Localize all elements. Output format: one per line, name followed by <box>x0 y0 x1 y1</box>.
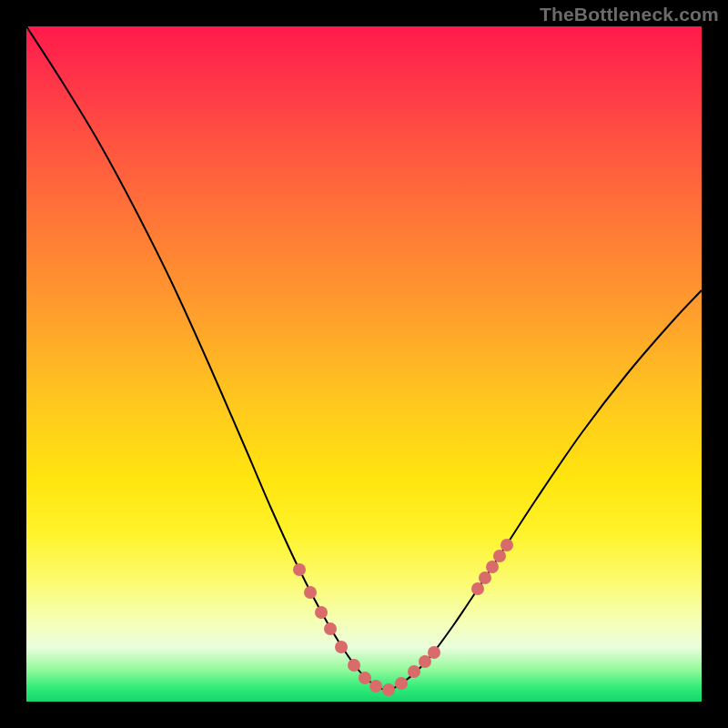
curve-marker <box>382 683 395 696</box>
curve-marker <box>359 672 371 684</box>
curve-marker <box>479 571 491 584</box>
curve-marker <box>335 641 348 653</box>
curve-marker <box>369 680 382 693</box>
curve-svg <box>26 26 702 702</box>
plot-area <box>26 26 702 702</box>
chart-frame: TheBottleneck.com <box>0 0 728 728</box>
curve-marker <box>471 582 484 595</box>
curve-marker <box>419 655 431 668</box>
curve-marker <box>304 586 317 599</box>
curve-marker <box>428 646 440 659</box>
watermark-text: TheBottleneck.com <box>540 4 719 25</box>
curve-marker <box>486 561 499 573</box>
curve-marker <box>493 550 506 562</box>
curve-marker <box>395 677 408 690</box>
curve-marker <box>408 665 420 678</box>
curve-marker <box>324 622 337 635</box>
curve-marker <box>348 659 360 672</box>
curve-marker <box>293 563 306 576</box>
curve-marker <box>315 606 328 619</box>
bottleneck-curve <box>26 26 702 690</box>
curve-marker <box>500 539 513 551</box>
marker-group <box>293 539 513 696</box>
